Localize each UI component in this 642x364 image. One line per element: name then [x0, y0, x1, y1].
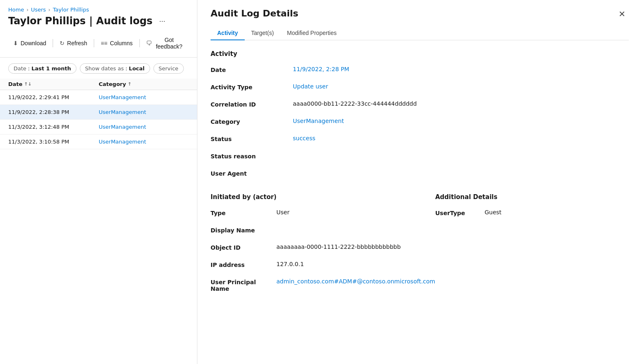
table-header: Date ↑↓ Category ↑ [0, 79, 197, 90]
columns-icon: ≡≡ [101, 40, 107, 46]
object-id-value: aaaaaaaa-0000-1111-2222-bbbbbbbbbbbb [276, 243, 435, 251]
breadcrumb-sep1: › [26, 7, 28, 13]
status-reason-label: Status reason [211, 152, 293, 160]
object-id-label: Object ID [211, 243, 276, 251]
details-grid: Date 11/9/2022, 2:28 PM Activity Type Up… [211, 66, 629, 177]
toolbar-divider-3 [139, 39, 140, 47]
cell-date: 11/3/2022, 3:12:48 PM [8, 124, 99, 130]
sort-icon-category: ↑ [127, 81, 131, 87]
columns-button[interactable]: ≡≡ Columns [96, 37, 138, 49]
cell-category: UserManagement [99, 94, 189, 100]
status-value: success [293, 135, 629, 142]
date-filter-chip[interactable]: Date : Last 1 month [8, 63, 76, 74]
service-filter-chip[interactable]: Service [153, 63, 184, 74]
show-dates-colon: : [125, 65, 127, 72]
download-icon: ⬇ [13, 40, 18, 46]
initiated-by-grid: Type User Display Name Object ID aaaaaaa… [211, 209, 435, 292]
cell-category: UserManagement [99, 139, 189, 145]
feedback-icon: 🗨 [146, 40, 152, 46]
show-dates-filter-chip[interactable]: Show dates as : Local [80, 63, 150, 74]
show-dates-value: Local [129, 65, 144, 72]
breadcrumb-users[interactable]: Users [31, 7, 46, 13]
additional-details-grid: UserType Guest [435, 209, 629, 216]
page-title-row: Taylor Phillips | Audit logs ··· [0, 15, 197, 27]
correlation-id-label: Correlation ID [211, 100, 293, 108]
date-detail-value: 11/9/2022, 2:28 PM [293, 66, 629, 73]
activity-type-value: Update user [293, 83, 629, 90]
ellipsis-button[interactable]: ··· [157, 16, 168, 26]
user-agent-value [293, 169, 629, 177]
category-label: Category [211, 118, 293, 125]
table-row[interactable]: 11/9/2022, 2:29:41 PM UserManagement [0, 90, 197, 105]
upn-label: User Principal Name [211, 278, 276, 292]
filter-bar: Date : Last 1 month Show dates as : Loca… [0, 63, 197, 74]
sort-icon-date: ↑↓ [24, 81, 32, 87]
category-value: UserManagement [293, 118, 629, 125]
table-row[interactable]: 11/3/2022, 3:12:48 PM UserManagement [0, 120, 197, 134]
cell-category: UserManagement [99, 109, 189, 115]
type-value: User [276, 209, 435, 216]
breadcrumb-home[interactable]: Home [8, 7, 24, 13]
breadcrumb-sep2: › [49, 7, 51, 13]
additional-details-title: Additional Details [435, 193, 629, 201]
toolbar: ⬇ Download ↻ Refresh ≡≡ Columns 🗨 Got fe… [0, 34, 197, 58]
tabs: Activity Target(s) Modified Properties [211, 26, 629, 40]
display-name-label: Display Name [211, 226, 276, 234]
activity-type-label: Activity Type [211, 83, 293, 90]
breadcrumb: Home › Users › Taylor Phillips [0, 7, 197, 13]
feedback-button[interactable]: 🗨 Got feedback? [141, 34, 189, 52]
download-button[interactable]: ⬇ Download [8, 37, 51, 49]
breadcrumb-user[interactable]: Taylor Phillips [53, 7, 89, 13]
user-type-value: Guest [484, 209, 629, 216]
user-agent-label: User Agent [211, 169, 293, 177]
page-title: Taylor Phillips | Audit logs [8, 15, 153, 27]
status-label: Status [211, 135, 293, 142]
ip-address-value: 127.0.0.1 [276, 261, 435, 268]
date-detail-label: Date [211, 66, 293, 73]
display-name-value [276, 226, 435, 234]
col-header-category[interactable]: Category ↑ [99, 81, 189, 87]
activity-section-label: Activity [211, 50, 629, 58]
table-row[interactable]: 11/3/2022, 3:10:58 PM UserManagement [0, 134, 197, 149]
two-col-section: Initiated by (actor) Type User Display N… [211, 193, 629, 305]
date-filter-value: Last 1 month [31, 65, 71, 72]
initiated-by-section: Initiated by (actor) Type User Display N… [211, 193, 435, 305]
service-filter-label: Service [159, 65, 178, 72]
toolbar-divider-1 [53, 39, 53, 47]
columns-label: Columns [110, 40, 132, 46]
cell-date: 11/9/2022, 2:29:41 PM [8, 94, 99, 100]
table-row[interactable]: 11/9/2022, 2:28:38 PM UserManagement [0, 105, 197, 120]
feedback-label: Got feedback? [154, 37, 184, 50]
refresh-button[interactable]: ↻ Refresh [55, 37, 92, 49]
refresh-label: Refresh [67, 40, 87, 46]
type-label: Type [211, 209, 276, 216]
ip-address-label: IP address [211, 261, 276, 268]
right-panel: Audit Log Details ✕ Activity Target(s) M… [197, 0, 642, 364]
date-filter-label: Date [14, 65, 26, 72]
cell-date: 11/3/2022, 3:10:58 PM [8, 139, 99, 145]
date-filter-colon: : [28, 65, 30, 72]
upn-value[interactable]: admin_contoso.com#ADM#@contoso.onmicroso… [276, 278, 435, 292]
refresh-icon: ↻ [60, 40, 65, 46]
table-body: 11/9/2022, 2:29:41 PM UserManagement 11/… [0, 90, 197, 364]
tab-modified-properties[interactable]: Modified Properties [280, 26, 343, 40]
panel-title: Audit Log Details [211, 8, 298, 19]
correlation-id-value: aaaa0000-bb11-2222-33cc-444444dddddd [293, 100, 629, 108]
additional-details-section: Additional Details UserType Guest [435, 193, 629, 305]
panel-header: Audit Log Details ✕ [211, 8, 629, 20]
tab-targets[interactable]: Target(s) [245, 26, 280, 40]
col-header-date[interactable]: Date ↑↓ [8, 81, 99, 87]
left-panel: Home › Users › Taylor Phillips Taylor Ph… [0, 0, 197, 364]
tab-activity[interactable]: Activity [211, 26, 245, 40]
initiated-by-title: Initiated by (actor) [211, 193, 435, 201]
status-reason-value [293, 152, 629, 160]
show-dates-label: Show dates as [85, 65, 124, 72]
user-type-label: UserType [435, 209, 484, 216]
close-button[interactable]: ✕ [615, 8, 629, 20]
cell-category: UserManagement [99, 124, 189, 130]
cell-date: 11/9/2022, 2:28:38 PM [8, 109, 99, 115]
toolbar-divider-2 [94, 39, 94, 47]
download-label: Download [21, 40, 46, 46]
